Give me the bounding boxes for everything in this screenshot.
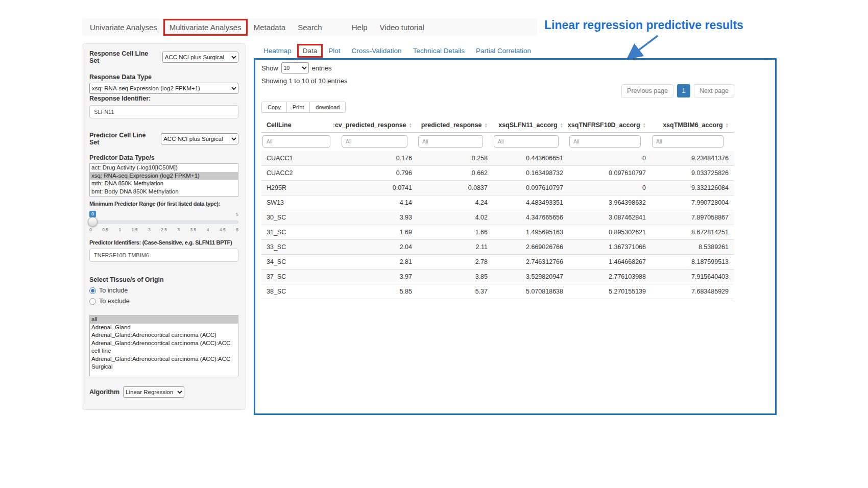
nav-item-search[interactable]: Search — [292, 19, 328, 36]
cell-value: 2.746312766 — [493, 255, 568, 270]
annotation-title: Linear regression predictive results — [544, 18, 769, 32]
radio-selected-icon[interactable] — [89, 287, 96, 294]
predictor-identifiers-input[interactable] — [89, 249, 238, 262]
slider-tick-label: 3 — [177, 227, 180, 232]
min-predictor-range-label: Minimum Predictor Range (for first liste… — [89, 201, 238, 207]
tissue-option[interactable]: Adrenal_Gland — [90, 324, 238, 332]
min-predictor-range-slider[interactable]: 0 5 00.511.522.533.544.55 — [89, 211, 238, 235]
sort-icon[interactable]: ▲▼ — [560, 123, 563, 128]
slider-track[interactable] — [89, 221, 238, 224]
predictor-data-type-option[interactable]: act: Drug Activity (-log10[IC50M]) — [90, 164, 238, 172]
cell-line-name: CUACC2 — [261, 166, 341, 181]
slider-tick-label: 0 — [89, 227, 92, 232]
column-filter-xsqtmbim6-accorg[interactable] — [652, 135, 724, 148]
response-cell-line-set-select[interactable]: ACC NCI plus Surgical — [162, 52, 238, 63]
column-header-predicted-response[interactable]: predicted_response▲▼ — [417, 118, 493, 133]
slider-tick-label: 4 — [207, 227, 209, 232]
cell-value: 0.163498732 — [493, 166, 568, 181]
results-table: CellLine▲▼cv_predicted_response▲▼predict… — [261, 118, 734, 299]
predictor-data-type-option[interactable]: xsq: RNA-seq Expression (log2 FPKM+1) — [90, 172, 238, 180]
column-header-xsqtmbim6-accorg[interactable]: xsqTMBIM6_accorg▲▼ — [651, 118, 734, 133]
predictor-cell-line-set-select[interactable]: ACC NCI plus Surgical — [161, 133, 238, 144]
tissue-option[interactable]: all — [90, 315, 238, 324]
tab-heatmap[interactable]: Heatmap — [258, 44, 297, 58]
radio-option-to-include[interactable]: To include — [89, 287, 238, 294]
cell-value: 4.24 — [417, 196, 493, 210]
nav-item-univariate-analyses[interactable]: Univariate Analyses — [84, 19, 163, 36]
nav-item-help[interactable]: Help — [346, 19, 374, 36]
current-page-button[interactable]: 1 — [677, 84, 690, 97]
export-buttons: CopyPrintdownload — [261, 102, 346, 113]
cell-value: 0 — [568, 151, 651, 166]
nav-item-multivariate-analyses[interactable]: Multivariate Analyses — [163, 19, 248, 36]
show-entries-select[interactable]: 10 — [281, 62, 309, 74]
cell-line-name: 31_SC — [261, 225, 341, 240]
slider-tick-label: 1.5 — [132, 227, 138, 232]
slider-tick-label: 2 — [148, 227, 151, 232]
sidebar-panel: Response Cell Line Set ACC NCI plus Surg… — [82, 43, 246, 410]
response-identifier-input[interactable] — [89, 105, 238, 118]
cell-value: 7.990728004 — [651, 196, 734, 210]
predictor-identifiers-field: Predictor Identifiers: (Case-Sensitive, … — [89, 239, 238, 262]
cell-value: 2.81 — [341, 255, 417, 270]
cell-value: 3.93 — [341, 210, 417, 225]
cell-value: 1.66 — [417, 225, 493, 240]
sort-icon[interactable]: ▲▼ — [409, 123, 412, 128]
tab-data[interactable]: Data — [297, 44, 323, 58]
slider-ticks: 00.511.522.533.544.55 — [89, 227, 238, 232]
next-page-button[interactable]: Next page — [694, 84, 734, 97]
cell-value: 3.529820947 — [493, 270, 568, 284]
predictor-data-types-list[interactable]: act: Drug Activity (-log10[IC50M])xsq: R… — [89, 163, 238, 197]
sort-icon[interactable]: ▲▼ — [726, 123, 729, 128]
tissue-option[interactable]: Adrenal_Gland:Adrenocortical carcinoma (… — [90, 331, 238, 339]
cell-value: 2.669026766 — [493, 240, 568, 255]
column-filter-xsqtnfrsf10d-accorg[interactable] — [569, 135, 641, 148]
cell-value: 5.37 — [417, 284, 493, 299]
predictor-cell-line-set-label: Predictor Cell Line Set — [89, 132, 157, 146]
cell-value: 8.672814251 — [651, 225, 734, 240]
tab-technical-details[interactable]: Technical Details — [407, 44, 470, 58]
cell-value: 3.85 — [417, 270, 493, 284]
table-row: H295R0.07410.08370.09761079709.332126084 — [261, 181, 734, 196]
radio-option-to-exclude[interactable]: To exclude — [89, 298, 238, 305]
cell-value: 1.367371066 — [568, 240, 651, 255]
tissue-list[interactable]: allAdrenal_GlandAdrenal_Gland:Adrenocort… — [89, 315, 238, 376]
pagination: Previous page 1 Next page — [621, 84, 734, 97]
column-header-cv-predicted-response[interactable]: cv_predicted_response▲▼ — [341, 118, 417, 133]
nav-item-metadata[interactable]: Metadata — [248, 19, 292, 36]
copy-button[interactable]: Copy — [261, 102, 287, 113]
algorithm-select[interactable]: Linear Regression — [123, 386, 184, 398]
column-header-cellline[interactable]: CellLine▲▼ — [261, 118, 341, 133]
cell-value: 0.796 — [341, 166, 417, 181]
radio-unselected-icon[interactable] — [89, 298, 96, 305]
tab-plot[interactable]: Plot — [323, 44, 346, 58]
tab-partial-correlation[interactable]: Partial Correlation — [470, 44, 537, 58]
column-header-xsqtnfrsf10d-accorg[interactable]: xsqTNFRSF10D_accorg▲▼ — [568, 118, 651, 133]
tissue-option[interactable]: Adrenal_Gland:Adrenocortical carcinoma (… — [90, 355, 238, 371]
cell-value: 0.0741 — [341, 181, 417, 196]
response-data-type-select[interactable]: xsq: RNA-seq Expression (log2 FPKM+1) — [89, 83, 238, 94]
result-tabs: HeatmapDataPlotCross-ValidationTechnical… — [258, 44, 537, 58]
download-button[interactable]: download — [309, 102, 346, 113]
print-button[interactable]: Print — [286, 102, 310, 113]
tab-cross-validation[interactable]: Cross-Validation — [346, 44, 407, 58]
tissue-option[interactable]: Adrenal_Gland:Adrenocortical carcinoma (… — [90, 339, 238, 355]
response-cell-line-set-label: Response Cell Line Set — [89, 50, 159, 64]
slider-max-label: 5 — [236, 212, 238, 217]
response-cell-line-set-field: Response Cell Line Set ACC NCI plus Surg… — [89, 50, 238, 64]
column-filter-xsqslfn11-accorg[interactable] — [494, 135, 559, 148]
previous-page-button[interactable]: Previous page — [621, 84, 673, 97]
column-label: xsqSLFN11_accorg — [498, 121, 557, 129]
column-filter-cv-predicted-response[interactable] — [342, 135, 407, 148]
sort-icon[interactable]: ▲▼ — [643, 123, 646, 128]
cell-value: 5.070818638 — [493, 284, 568, 299]
slider-handle[interactable] — [88, 217, 98, 227]
cell-value: 2.78 — [417, 255, 493, 270]
column-filter-predicted-response[interactable] — [418, 135, 483, 148]
sort-icon[interactable]: ▲▼ — [485, 123, 488, 128]
nav-item-video-tutorial[interactable]: Video tutorial — [374, 19, 430, 36]
predictor-data-type-option[interactable]: bmt: Body DNA 850K Methylation — [90, 188, 238, 196]
predictor-data-type-option[interactable]: mth: DNA 850K Methylation — [90, 180, 238, 188]
column-header-xsqslfn11-accorg[interactable]: xsqSLFN11_accorg▲▼ — [493, 118, 568, 133]
column-filter-cellline[interactable] — [262, 135, 330, 148]
